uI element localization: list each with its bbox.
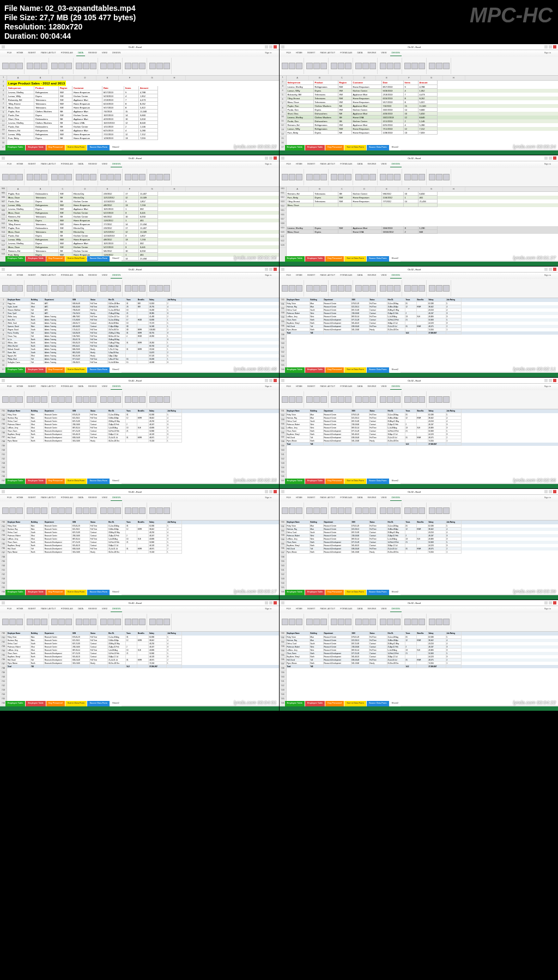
ribbon-tab[interactable]: REVIEW (366, 51, 378, 56)
ribbon-button[interactable] (362, 507, 369, 514)
emp-row[interactable]: Flynn, MarionNorthResearch-Development58… (7, 551, 279, 554)
row-num[interactable]: 741 (280, 568, 286, 573)
row-num[interactable]: 745 (280, 470, 286, 475)
row-num[interactable]: 740 (0, 675, 7, 680)
ribbon-button[interactable] (90, 285, 96, 292)
cell[interactable]: SE (59, 230, 72, 234)
ribbon-button[interactable] (51, 396, 58, 403)
row-num[interactable]: 12 (0, 124, 7, 128)
ribbon-tab[interactable]: PAGE LAYOUT (319, 607, 337, 612)
cell[interactable]: Levenz, Shelley (7, 207, 34, 211)
ribbon-tab[interactable]: DATA (76, 273, 85, 279)
ribbon-button[interactable] (380, 507, 386, 514)
ribbon-button[interactable] (163, 507, 170, 514)
th[interactable]: Employee Name (7, 632, 31, 636)
row-num[interactable]: 8 (0, 329, 7, 333)
cell[interactable] (405, 551, 417, 554)
ribbon-tab[interactable]: HOME (15, 162, 25, 167)
col-head[interactable]: A (7, 76, 29, 80)
row-num[interactable]: 6 (0, 98, 7, 102)
ribbon-button[interactable] (16, 507, 23, 514)
cell[interactable]: Appliance Mart (72, 129, 102, 132)
ribbon-button[interactable] (355, 619, 362, 625)
cell[interactable]: Televisions (314, 192, 338, 196)
cell[interactable]: Dishwashers (34, 117, 59, 121)
cell[interactable]: Pardo, Don (7, 113, 34, 117)
col-head[interactable]: C (52, 76, 74, 80)
cell[interactable]: 4,473 (139, 98, 158, 102)
row-num[interactable]: 734 (280, 538, 286, 542)
table-row[interactable]: Papke, RonClothes WashersNEAppliance Mar… (287, 104, 559, 108)
row-num[interactable]: 736 (280, 324, 286, 329)
cell[interactable]: 8 (124, 102, 139, 106)
cell[interactable]: Appliance Mart (352, 112, 382, 116)
table-row[interactable]: Reimers, EdTelevisionsSEKitchen Center9/… (287, 192, 559, 196)
ribbon-button[interactable] (16, 174, 23, 180)
table-row[interactable]: Moss, DaveTelevisionsSEElectroCity12/12/… (7, 196, 279, 199)
table-row[interactable]: Tilley, ErnestTelevisionsNWHome Emporium… (287, 96, 559, 100)
col-head[interactable]: B (309, 76, 331, 80)
th[interactable]: Building (310, 632, 324, 636)
ribbon-tab[interactable]: FILE (285, 384, 293, 390)
ribbon-tab[interactable]: VIEW (100, 495, 109, 501)
row-num[interactable]: 731 (280, 303, 286, 307)
ribbon-button[interactable] (132, 507, 138, 514)
cell[interactable]: SW (59, 98, 72, 102)
cell[interactable]: 7/11/2013 (382, 127, 404, 131)
cell[interactable]: 1 (124, 241, 139, 245)
ribbon-button[interactable] (345, 396, 351, 403)
row-num[interactable]: 742 (280, 573, 286, 577)
row-num[interactable]: 741 (0, 453, 7, 457)
row-num[interactable]: 735 (280, 542, 286, 547)
ribbon-button[interactable] (282, 619, 288, 625)
cell[interactable]: Moss, Dave (7, 106, 34, 110)
row-num[interactable]: 732 (0, 414, 7, 418)
ribbon-button[interactable] (9, 63, 16, 69)
ribbon-button[interactable] (9, 396, 16, 403)
row-num[interactable]: 921 (280, 235, 286, 239)
ribbon-tab[interactable]: FILE (5, 384, 13, 390)
sheet-tab[interactable]: Key Personnel (325, 145, 344, 150)
cell[interactable]: 209-33-25 (72, 361, 90, 364)
cell[interactable]: 4,473 (418, 93, 438, 96)
ribbon-button[interactable] (156, 396, 163, 403)
col-head[interactable]: A (287, 76, 309, 80)
ribbon-button[interactable] (306, 174, 313, 180)
cell[interactable]: Kitchen Center (352, 89, 382, 93)
row-num[interactable]: 736 (280, 547, 286, 551)
th[interactable]: Department (324, 298, 351, 302)
th[interactable]: Region (338, 81, 352, 85)
th[interactable]: Years (405, 521, 417, 524)
row-num[interactable]: 734 (0, 422, 7, 427)
th[interactable]: Department (44, 409, 72, 413)
max-btn[interactable] (269, 490, 272, 493)
cell[interactable]: Reimers, Ed (7, 215, 34, 219)
row-num[interactable]: 740 (0, 449, 7, 453)
ribbon-button[interactable] (387, 396, 393, 403)
close-btn[interactable] (553, 45, 556, 49)
row-num[interactable]: 4 (280, 89, 286, 93)
ribbon-button[interactable] (100, 396, 107, 403)
th[interactable]: Benefits (137, 409, 149, 413)
cell[interactable]: 13 (124, 203, 139, 207)
th[interactable]: Benefits (137, 632, 149, 636)
th[interactable]: Hire Dt. (387, 298, 405, 302)
row-num[interactable]: 919 (280, 226, 286, 231)
table-row[interactable]: Moss, Dave (287, 203, 559, 207)
cell[interactable]: Hourly (90, 439, 108, 443)
table-row[interactable]: Reimers, EdRefrigeratorsSWAppliance Mart… (7, 129, 279, 132)
cell[interactable]: 8,262 (139, 102, 158, 106)
row-num[interactable]: 12 (280, 124, 286, 128)
table-row[interactable]: Moss, DaveRefrigeratorsSWKitchen Center5… (7, 245, 279, 249)
sheet-tab[interactable]: Key Personnel (46, 479, 65, 484)
cell[interactable]: 6,650 (418, 192, 438, 196)
cell[interactable]: 5/22/2013 (102, 245, 124, 249)
row-num[interactable]: 922 (280, 239, 286, 244)
cell[interactable] (137, 551, 149, 554)
col-head[interactable]: H (443, 76, 465, 80)
cell[interactable]: Dryers (314, 108, 338, 112)
max-btn[interactable] (549, 601, 552, 604)
cell[interactable]: Tilley, Ernest (7, 102, 34, 106)
ribbon-tab[interactable]: FORMULAS (59, 51, 75, 56)
cell[interactable]: 7/4/2013 (102, 110, 124, 113)
